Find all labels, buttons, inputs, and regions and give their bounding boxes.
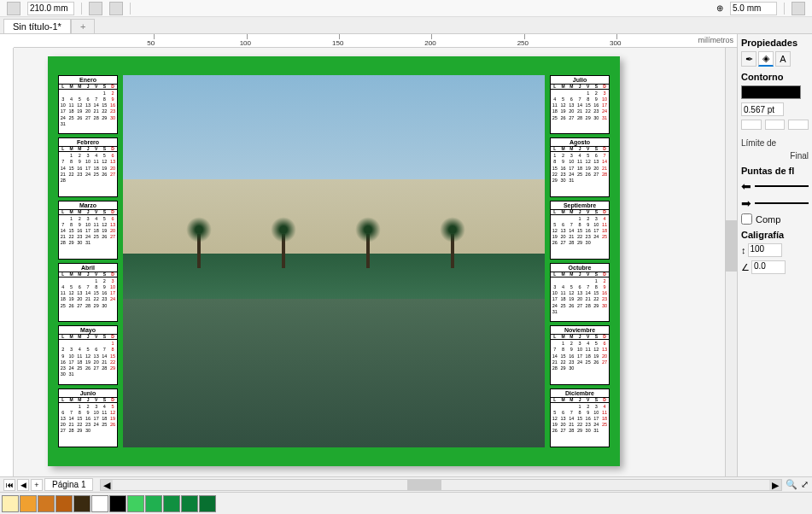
start-arrow[interactable]: ⬅ bbox=[741, 179, 809, 193]
horizontal-scrollbar[interactable]: ◀ ▶ bbox=[100, 479, 782, 491]
panel-tabs: ✒ ◈ A bbox=[741, 51, 809, 67]
scroll-left-button[interactable]: ◀ bbox=[101, 480, 113, 490]
tool-icon-3[interactable] bbox=[792, 2, 805, 15]
zoom-icon[interactable]: 🔍 bbox=[786, 479, 797, 490]
color-swatch[interactable] bbox=[73, 495, 91, 512]
calendar-left-column: EneroLMMJVSD1234567891011121314151617181… bbox=[58, 75, 118, 447]
status-bar: ⏮ ◀ + Página 1 ◀ ▶ 🔍 ⤢ bbox=[0, 476, 812, 492]
tool-icon[interactable] bbox=[89, 2, 102, 15]
new-tab[interactable]: + bbox=[71, 19, 95, 33]
color-swatch[interactable] bbox=[181, 495, 198, 512]
color-palette bbox=[0, 492, 812, 514]
page-width-field[interactable] bbox=[27, 2, 74, 15]
arrowheads-section: Puntas de fl bbox=[741, 166, 809, 176]
color-swatch[interactable] bbox=[145, 495, 162, 512]
color-swatch[interactable] bbox=[127, 495, 144, 512]
ruler-horizontal[interactable]: milímetros 50100150200250300 bbox=[14, 34, 737, 48]
add-page-button[interactable]: + bbox=[31, 479, 43, 491]
color-swatch[interactable] bbox=[38, 495, 55, 512]
landscape-photo bbox=[123, 75, 545, 447]
color-swatch[interactable] bbox=[199, 495, 216, 512]
text-tab-icon[interactable]: A bbox=[775, 51, 791, 67]
tab-label: Sin título-1* bbox=[13, 21, 61, 32]
color-swatch[interactable] bbox=[109, 495, 126, 512]
end-arrow[interactable]: ➡ bbox=[741, 196, 809, 210]
color-swatch[interactable] bbox=[2, 495, 19, 512]
calligraphy-stretch[interactable]: 100 bbox=[748, 243, 782, 257]
color-swatch[interactable] bbox=[163, 495, 180, 512]
ruler-units: milímetros bbox=[698, 36, 733, 44]
nudge-field[interactable] bbox=[730, 2, 777, 15]
share-checkbox[interactable]: Comp bbox=[741, 213, 809, 225]
calligraphy-section: Caligrafía bbox=[741, 230, 809, 240]
panel-title: Propiedades bbox=[741, 38, 809, 48]
calendar-right-column: JulioLMMJVSD1234567891011121314151617181… bbox=[550, 75, 610, 447]
document-tab[interactable]: Sin título-1* bbox=[3, 19, 71, 33]
workspace: milímetros 50100150200250300 EneroLMMJVS… bbox=[0, 34, 812, 478]
properties-panel: Propiedades ✒ ◈ A Contorno Límite de Fin… bbox=[737, 34, 812, 478]
calendar-month: AbrilLMMJVSD1234567891011121314151617181… bbox=[58, 263, 118, 322]
calendar-month: MayoLMMJVSD12345678910111213141516171819… bbox=[58, 325, 118, 384]
calendar-month: OctubreLMMJVSD12345678910111213141516171… bbox=[550, 263, 610, 322]
outline-section: Contorno bbox=[741, 72, 809, 82]
fill-tab-icon[interactable]: ◈ bbox=[758, 51, 774, 67]
calligraphy-angle[interactable]: 0.0 bbox=[751, 260, 786, 274]
calendar-month: JulioLMMJVSD1234567891011121314151617181… bbox=[550, 75, 610, 134]
calendar-month: DiciembreLMMJVSD123456789101112131415161… bbox=[550, 388, 610, 447]
ruler-vertical[interactable] bbox=[0, 48, 14, 478]
document-tabs: Sin título-1* + bbox=[0, 17, 812, 34]
canvas[interactable]: EneroLMMJVSD1234567891011121314151617181… bbox=[14, 48, 737, 478]
expand-icon[interactable]: ⤢ bbox=[797, 479, 812, 490]
color-swatch[interactable] bbox=[55, 495, 73, 512]
calendar-month: NoviembreLMMJVSD123456789101112131415161… bbox=[550, 325, 610, 384]
dash-style-2[interactable] bbox=[765, 120, 786, 130]
top-toolbar: ⊕ bbox=[0, 0, 812, 17]
dash-style-1[interactable] bbox=[741, 120, 762, 130]
pen-tab-icon[interactable]: ✒ bbox=[741, 51, 757, 67]
calendar-month: AgostoLMMJVSD123456789101112131415161718… bbox=[550, 137, 610, 196]
dash-style-3[interactable] bbox=[788, 120, 809, 130]
first-page-button[interactable]: ⏮ bbox=[3, 479, 15, 491]
miter-label: Límite de bbox=[741, 138, 809, 148]
calendar-month: FebreroLMMJVSD12345678910111213141516171… bbox=[58, 137, 118, 196]
page-icon[interactable] bbox=[7, 2, 20, 15]
scroll-right-button[interactable]: ▶ bbox=[769, 480, 781, 490]
calendar-month: MarzoLMMJVSD1234567891011121314151617181… bbox=[58, 201, 118, 260]
calendar-page[interactable]: EneroLMMJVSD1234567891011121314151617181… bbox=[48, 56, 620, 466]
calendar-month: EneroLMMJVSD1234567891011121314151617181… bbox=[58, 75, 118, 134]
vertical-scrollbar[interactable] bbox=[725, 48, 737, 478]
page-navigator: ⏮ ◀ + Página 1 bbox=[0, 478, 96, 491]
outline-color[interactable] bbox=[741, 85, 801, 99]
canvas-area: milímetros 50100150200250300 EneroLMMJVS… bbox=[0, 34, 737, 478]
tool-icon-2[interactable] bbox=[109, 2, 123, 15]
color-swatch[interactable] bbox=[91, 495, 108, 512]
color-swatch[interactable] bbox=[20, 495, 37, 512]
page-tab[interactable]: Página 1 bbox=[44, 478, 93, 491]
calendar-month: SeptiembreLMMJVSD12345678910111213141516… bbox=[550, 201, 610, 260]
prev-page-button[interactable]: ◀ bbox=[17, 479, 29, 491]
final-label: Final bbox=[741, 151, 809, 161]
stroke-width-field[interactable] bbox=[741, 102, 784, 116]
calendar-month: JunioLMMJVSD1234567891011121314151617181… bbox=[58, 388, 118, 447]
